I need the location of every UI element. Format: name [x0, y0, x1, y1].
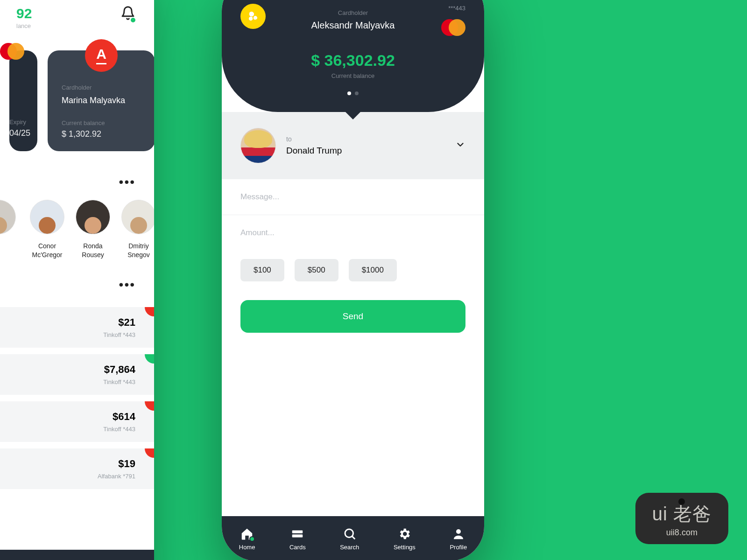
- amount-input[interactable]: [240, 228, 465, 238]
- status-corner: [135, 401, 154, 420]
- nav-label: Cards: [289, 544, 306, 551]
- amount-chip-500[interactable]: $500: [295, 259, 338, 281]
- notifications-button[interactable]: [120, 6, 135, 22]
- amount-field[interactable]: [222, 215, 484, 251]
- balance-value-partial: 92: [16, 6, 32, 21]
- transaction-amount: $7,864: [103, 364, 135, 376]
- person-icon: [451, 527, 465, 541]
- avatar: [30, 200, 64, 234]
- avatar[interactable]: [240, 4, 266, 29]
- svg-point-5: [345, 529, 353, 538]
- card-alfabank[interactable]: A Cardholder Marina Malyavka Current bal…: [48, 50, 154, 151]
- recipient-label: to: [286, 135, 445, 143]
- active-dot: [249, 536, 255, 542]
- card-number-masked: ***443: [441, 5, 465, 12]
- contact-item[interactable]: [0, 200, 19, 259]
- watermark: ui 老爸 uii8.com: [635, 493, 728, 544]
- transaction-amount: $19: [98, 458, 135, 470]
- camera-dot: [678, 498, 685, 505]
- transactions-header: •••: [0, 259, 154, 292]
- contacts-header: •••: [0, 151, 154, 189]
- home-icon: [240, 527, 254, 541]
- svg-line-6: [352, 536, 355, 539]
- transaction-account: Alfabank *791: [98, 473, 135, 480]
- amount-chips: $100 $500 $1000: [222, 251, 484, 281]
- amount-chip-1000[interactable]: $1000: [349, 259, 397, 281]
- transaction-account: Tinkoff *443: [103, 331, 135, 338]
- nav-label: Settings: [394, 544, 416, 551]
- avatar: [121, 200, 154, 234]
- chevron-down-icon: [455, 140, 465, 152]
- recipient-selector[interactable]: to Donald Trump: [222, 112, 484, 179]
- nav-search[interactable]: Search: [340, 527, 359, 551]
- nav-cards[interactable]: Cards: [289, 527, 306, 551]
- bottom-nav: rch Settings Profile: [0, 550, 154, 560]
- contact-item[interactable]: ConorMc'Gregor: [30, 200, 64, 259]
- recipient-name: Donald Trump: [286, 146, 445, 156]
- status-corner: [135, 354, 154, 373]
- send-button[interactable]: Send: [240, 300, 465, 333]
- contacts-row[interactable]: ConorMc'Gregor RondaRousey DmitriySnegov: [0, 189, 154, 259]
- cardholder-name: Aleksandr Malyavka: [240, 20, 465, 31]
- contact-item[interactable]: DmitriySnegov: [121, 200, 154, 259]
- transaction-amount: $21: [103, 316, 135, 329]
- home-screen: 92 lance Expiry 04/25 A Cardholder Marin…: [0, 0, 154, 560]
- transactions-list: $21 Tinkoff *443 $7,864 Tinkoff *443 $61…: [0, 292, 154, 489]
- balance-label: Current balance: [62, 119, 141, 126]
- balance-label-partial: lance: [16, 22, 32, 29]
- balance-value: $ 36,302.92: [240, 51, 465, 70]
- send-screen: ***443 Cardholder Aleksandr Malyavka $ 3…: [222, 0, 484, 560]
- nav-profile[interactable]: Profile: [450, 527, 467, 551]
- transaction-row[interactable]: $614 Tinkoff *443: [0, 401, 154, 442]
- watermark-url: uii8.com: [652, 528, 712, 538]
- nav-label: Search: [340, 544, 359, 551]
- status-row: 92 lance: [0, 0, 154, 29]
- message-input[interactable]: [240, 192, 465, 202]
- alfabank-icon: A: [85, 39, 118, 72]
- expiry-label: Expiry: [9, 119, 23, 126]
- mastercard-icon: [0, 39, 24, 63]
- notification-dot: [130, 17, 136, 23]
- balance-value: $ 1,302.92: [62, 129, 141, 139]
- cards-icon: [290, 527, 304, 541]
- status-corner: [135, 448, 154, 467]
- card-brand: ***443: [441, 5, 465, 40]
- contact-name: ConorMc'Gregor: [30, 242, 64, 259]
- cardholder-name: Marina Malyavka: [62, 96, 141, 105]
- gear-icon: [397, 527, 411, 541]
- svg-rect-3: [292, 530, 303, 533]
- cardholder-label: Cardholder: [62, 84, 141, 91]
- avatar: [0, 200, 16, 234]
- balance-label: Current balance: [240, 72, 465, 79]
- more-icon[interactable]: •••: [119, 277, 135, 292]
- expiry-value: 04/25: [9, 128, 23, 138]
- nav-settings[interactable]: Settings: [394, 527, 416, 551]
- transaction-row[interactable]: $21 Tinkoff *443: [0, 307, 154, 348]
- svg-point-7: [456, 529, 461, 534]
- card-tinkoff[interactable]: Expiry 04/25: [9, 50, 37, 151]
- avatar: [76, 200, 110, 234]
- nav-label: Profile: [450, 544, 467, 551]
- nav-home[interactable]: Home: [239, 527, 255, 551]
- card-pager[interactable]: [240, 91, 465, 95]
- contact-name: RondaRousey: [76, 242, 110, 259]
- mastercard-icon: [441, 15, 465, 40]
- nav-label: Home: [239, 544, 255, 551]
- balance-snippet: 92 lance: [16, 6, 32, 29]
- card-header: ***443 Cardholder Aleksandr Malyavka $ 3…: [222, 0, 484, 112]
- transaction-row[interactable]: $19 Alfabank *791: [0, 448, 154, 489]
- status-corner: [135, 307, 154, 326]
- message-field[interactable]: [222, 179, 484, 215]
- amount-chip-100[interactable]: $100: [240, 259, 284, 281]
- transaction-row[interactable]: $7,864 Tinkoff *443: [0, 354, 154, 395]
- more-icon[interactable]: •••: [119, 175, 135, 189]
- cardholder-label: Cardholder: [240, 9, 465, 16]
- search-icon: [343, 527, 357, 541]
- transaction-account: Tinkoff *443: [103, 378, 135, 385]
- cards-carousel[interactable]: Expiry 04/25 A Cardholder Marina Malyavk…: [0, 29, 154, 151]
- contact-item[interactable]: RondaRousey: [76, 200, 110, 259]
- transaction-account: Tinkoff *443: [103, 426, 135, 433]
- recipient-avatar: [240, 128, 276, 163]
- svg-rect-4: [292, 534, 303, 537]
- contact-name: DmitriySnegov: [121, 242, 154, 259]
